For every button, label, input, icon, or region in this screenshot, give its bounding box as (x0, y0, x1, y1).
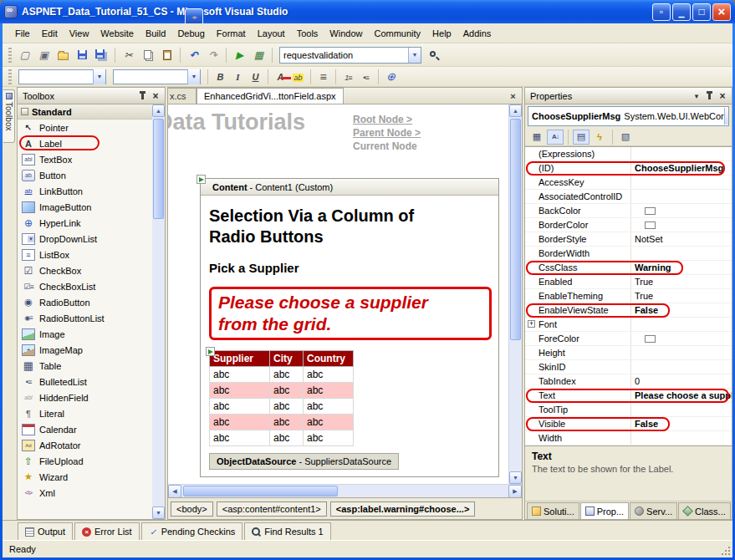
design-surface[interactable]: Data Tutorials Root Node > Parent Node >… (168, 104, 508, 484)
scroll-right-icon[interactable]: ▶ (508, 485, 522, 498)
save-icon[interactable] (74, 46, 91, 64)
tab-properties[interactable]: Prop... (580, 502, 629, 519)
vertical-scrollbar[interactable]: ▲ ▼ (508, 104, 522, 484)
toolbox-item-radiobuttonlist[interactable]: RadioButtonList (18, 310, 152, 326)
toolbox-item-imagebutton[interactable]: ImageButton (18, 199, 152, 215)
property-row-height[interactable]: Height (525, 346, 732, 360)
tab-server-explorer[interactable]: Serv... (630, 502, 677, 519)
start-debug-icon[interactable] (231, 46, 248, 64)
toolbox-header[interactable]: Toolbox (18, 88, 165, 104)
redo-icon[interactable] (204, 46, 222, 64)
property-pages-icon[interactable] (617, 130, 634, 145)
property-row-tooltip[interactable]: ToolTip (525, 403, 732, 417)
scroll-thumb[interactable] (510, 119, 521, 340)
scroll-up-icon[interactable]: ▲ (152, 104, 165, 117)
close-document-icon[interactable]: × (507, 90, 519, 102)
numbered-list-icon[interactable] (340, 69, 356, 84)
toolbox-item-calendar[interactable]: Calendar (18, 421, 152, 437)
style-combo[interactable]: ▼ (18, 69, 106, 84)
pin-icon[interactable] (708, 93, 711, 99)
property-row-cssclass[interactable]: CssClassWarning (525, 261, 732, 275)
open-file-icon[interactable] (54, 46, 72, 64)
toolbox-item-wizard[interactable]: Wizard (18, 469, 152, 485)
horizontal-scrollbar[interactable]: ◀ ▶ (168, 484, 522, 497)
close-icon[interactable] (150, 90, 161, 101)
smart-tag-icon[interactable] (197, 175, 206, 184)
quick-find-combo[interactable]: requestvalidation ▼ (279, 47, 421, 64)
hyperlink-icon[interactable] (383, 69, 399, 84)
menu-build[interactable]: Build (140, 26, 171, 41)
document-tab-cs[interactable]: x.cs (168, 88, 197, 104)
toolbox-item-label[interactable]: Label (18, 135, 152, 151)
property-row-tabindex[interactable]: TabIndex0 (525, 374, 732, 389)
menu-layout[interactable]: Layout (252, 26, 291, 41)
object-selector[interactable]: ChooseSupplierMsg System.Web.UI.WebCor ▼ (528, 106, 729, 126)
alphabetical-icon[interactable] (547, 130, 564, 145)
toolbox-item-listbox[interactable]: ListBox (18, 247, 152, 262)
toolbox-item-xml[interactable]: Xml (18, 485, 152, 501)
expand-icon[interactable] (528, 320, 535, 328)
objectdatasource-control[interactable]: ObjectDataSource - SuppliersDataSource (209, 453, 399, 470)
toolbox-item-checkboxlist[interactable]: CheckBoxList (18, 278, 152, 294)
toolbox-autohide-tab[interactable]: Toolbox (3, 89, 15, 143)
toolbar-grip[interactable] (8, 48, 12, 63)
close-icon[interactable] (717, 90, 728, 101)
highlight-icon[interactable] (290, 69, 306, 84)
toolbox-item-checkbox[interactable]: CheckBox (18, 262, 152, 278)
cut-icon[interactable] (120, 46, 137, 64)
bold-icon[interactable] (212, 69, 228, 84)
chevron-down-icon[interactable] (691, 90, 702, 101)
property-row-id[interactable]: (ID)ChooseSupplierMsg (525, 161, 732, 176)
menu-view[interactable]: View (64, 26, 95, 41)
font-combo[interactable]: ▼ (113, 69, 201, 84)
title-bar[interactable]: ASPNET_Data_Tutorial_51_CS - Microsoft V… (0, 0, 735, 23)
pin-icon[interactable] (141, 93, 144, 99)
menu-tools[interactable]: Tools (291, 26, 324, 41)
tag-content[interactable]: <asp:content#content1> (217, 501, 327, 517)
document-tab-aspx[interactable]: EnhancedGridVi...ttonField.aspx (197, 88, 344, 104)
tag-label[interactable]: <asp:label.warning#choose...> (330, 501, 476, 517)
toolbox-item-radiobutton[interactable]: RadioButton (18, 294, 152, 310)
tab-find-results[interactable]: Find Results 1 (244, 522, 330, 540)
paste-icon[interactable] (158, 46, 176, 64)
events-icon[interactable] (591, 130, 608, 145)
properties-view-icon[interactable] (573, 130, 590, 145)
property-row-font[interactable]: Font (525, 318, 732, 332)
tab-error-list[interactable]: Error List (74, 522, 140, 540)
scroll-left-icon[interactable]: ◀ (168, 485, 181, 498)
toolbox-item-hyperlink[interactable]: HyperLink (18, 215, 152, 231)
breadcrumb-root[interactable]: Root Node > (353, 113, 421, 126)
property-row-borderstyle[interactable]: BorderStyleNotSet (525, 232, 732, 247)
menu-window[interactable]: Window (324, 26, 368, 41)
menu-community[interactable]: Community (368, 26, 426, 41)
align-left-icon[interactable] (315, 69, 331, 84)
property-row-width[interactable]: Width (525, 431, 732, 445)
toolbox-item-dropdownlist[interactable]: DropDownList (18, 231, 152, 247)
tab-output[interactable]: Output (18, 522, 73, 540)
breadcrumb-parent[interactable]: Parent Node > (353, 126, 421, 140)
property-row-enableviewstate[interactable]: EnableViewStateFalse (525, 303, 732, 318)
maximize-button[interactable] (692, 3, 711, 21)
suppliers-gridview[interactable]: Supplier City Country abcabcabc abcabcab… (209, 350, 354, 446)
menu-format[interactable]: Format (211, 26, 252, 41)
find-icon[interactable] (426, 46, 443, 64)
tab-class-view[interactable]: Class... (678, 502, 731, 519)
property-row-forecolor[interactable]: ForeColor (525, 332, 732, 346)
property-row-visible[interactable]: VisibleFalse (525, 417, 732, 431)
chevron-down-icon[interactable]: ▼ (408, 48, 421, 63)
property-row-skinid[interactable]: SkinID (525, 360, 732, 374)
property-row-borderwidth[interactable]: BorderWidth (525, 247, 732, 261)
property-row-backcolor[interactable]: BackColor (525, 204, 732, 218)
underline-icon[interactable] (248, 69, 263, 84)
properties-header[interactable]: Properties (525, 88, 732, 104)
copy-icon[interactable] (139, 46, 156, 64)
tag-body[interactable]: <body> (171, 501, 213, 517)
property-row-text[interactable]: TextPlease choose a suppli (525, 389, 732, 403)
window-doc-icon[interactable] (652, 3, 671, 21)
bullet-list-icon[interactable] (358, 69, 374, 84)
menu-website[interactable]: Website (94, 26, 140, 41)
toolbox-item-bulletedlist[interactable]: BulletedList (18, 374, 152, 389)
smart-tag-icon[interactable] (206, 347, 215, 356)
toolbox-item-linkbutton[interactable]: LinkButton (18, 183, 152, 199)
save-all-icon[interactable] (93, 46, 110, 64)
